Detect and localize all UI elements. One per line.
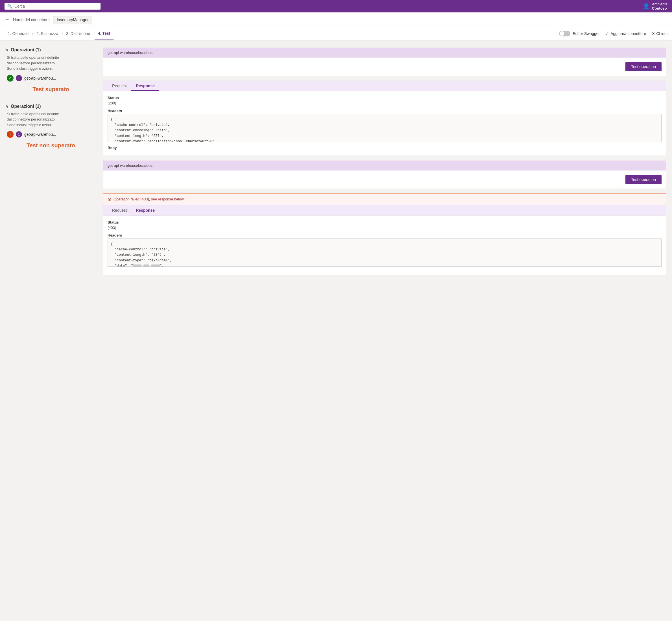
- test-result-fail: Test non superato: [6, 142, 96, 149]
- headers-label-1: Headers: [108, 109, 662, 113]
- left-panel: ∨ Operazioni (1) Si tratta delle operazi…: [6, 47, 96, 160]
- test-operation-button-1[interactable]: Test operation: [625, 62, 662, 71]
- status-success-icon: ✓: [7, 75, 13, 82]
- status-value-1: (200): [108, 101, 662, 105]
- topbar: 🔍 👤 Ambiente Contoso: [0, 0, 672, 12]
- env-name: Contoso: [652, 6, 668, 10]
- headers-content-1: { "cache-control": "private", "content-e…: [108, 114, 662, 142]
- response-tab-1[interactable]: Response: [131, 81, 159, 91]
- status-error-icon: !: [7, 131, 13, 138]
- collapse-icon-2: ∨: [6, 104, 8, 109]
- operations-desc-2: Si tratta delle operazioni definite dal …: [6, 111, 96, 128]
- headers-content-2: { "cache-control": "private", "content-l…: [108, 239, 662, 267]
- wizard-right-actions: Editor Swagger ✓ Aggiorna connettore ✕ C…: [559, 31, 668, 36]
- main-content: ∨ Operazioni (1) Si tratta delle operazi…: [0, 41, 672, 286]
- operation-item-1[interactable]: ✓ 1 get-api-warehou...: [6, 75, 96, 82]
- status-label-1: Status: [108, 96, 662, 100]
- api-card-1: get-api-warehouselocations Test operatio…: [103, 47, 666, 76]
- request-tab-2[interactable]: Request: [108, 205, 131, 215]
- api-card-header-2: get-api-warehouselocations: [103, 161, 666, 170]
- operations-section-1: ∨ Operazioni (1) Si tratta delle operazi…: [6, 47, 96, 93]
- search-box[interactable]: 🔍: [4, 3, 101, 10]
- test-operation-button-2[interactable]: Test operation: [625, 175, 662, 184]
- right-panel: get-api-warehouselocations Test operatio…: [103, 47, 666, 280]
- update-connector-button[interactable]: ✓ Aggiorna connettore: [605, 31, 646, 36]
- wizard-tabs: 1. Generale › 2. Sicurezza › 3. Definizi…: [0, 27, 672, 41]
- error-circle-icon: ⊗: [108, 197, 111, 202]
- swagger-label: Editor Swagger: [572, 31, 600, 36]
- req-resp-tabs-1: Request Response: [103, 81, 666, 91]
- test-result-pass: Test superato: [6, 86, 96, 93]
- operations-title-2[interactable]: ∨ Operazioni (1): [6, 104, 96, 109]
- response-tab-2[interactable]: Response: [131, 205, 159, 215]
- api-card-2: get-api-warehouselocations Test operatio…: [103, 160, 666, 189]
- body-label-1: Body: [108, 146, 662, 150]
- api-card-header-1: get-api-warehouselocations: [103, 48, 666, 57]
- close-icon: ✕: [652, 31, 655, 36]
- response-card-1: Request Response Status (200) Headers { …: [103, 80, 666, 156]
- response-body-2: Status (403) Headers { "cache-control": …: [103, 216, 666, 275]
- tab-generale[interactable]: 1. Generale: [4, 27, 32, 40]
- status-label-2: Status: [108, 220, 662, 224]
- env-label: Ambiente: [652, 2, 668, 6]
- op-name-2: get-api-warehou...: [24, 132, 56, 137]
- connector-name: InventoryManager: [53, 16, 92, 24]
- operations-title-1[interactable]: ∨ Operazioni (1): [6, 47, 96, 52]
- search-icon: 🔍: [7, 4, 12, 8]
- error-banner: ⊗ Operation failed (403), see response b…: [103, 193, 666, 205]
- op-name-1: get-api-warehou...: [24, 76, 56, 80]
- operations-section-2: ∨ Operazioni (1) Si tratta delle operazi…: [6, 104, 96, 149]
- operation-item-2[interactable]: ! 1 get-api-warehou...: [6, 131, 96, 138]
- checkmark-icon: ✓: [605, 31, 609, 36]
- headerbar: ← Nome del connettore InventoryManager: [0, 12, 672, 27]
- response-card-2: Request Response Status (403) Headers { …: [103, 205, 666, 275]
- tab-sicurezza[interactable]: 2. Sicurezza: [33, 27, 62, 40]
- close-button[interactable]: ✕ Chiudi: [652, 31, 668, 36]
- api-card-body-1: Test operation: [103, 57, 666, 76]
- headers-label-2: Headers: [108, 233, 662, 237]
- swagger-toggle-area: Editor Swagger: [559, 31, 600, 36]
- status-value-2: (403): [108, 225, 662, 230]
- tab-test[interactable]: 4. Test: [94, 27, 114, 40]
- toggle-thumb: [560, 31, 564, 36]
- back-button[interactable]: ←: [4, 17, 10, 23]
- env-area: 👤 Ambiente Contoso: [643, 2, 668, 10]
- operations-desc-1: Si tratta delle operazioni definite dal …: [6, 55, 96, 72]
- env-info: Ambiente Contoso: [652, 2, 668, 10]
- search-input[interactable]: [14, 4, 98, 8]
- error-message: Operation failed (403), see response bel…: [114, 197, 184, 201]
- request-tab-1[interactable]: Request: [108, 81, 131, 91]
- tab-definizione[interactable]: 3. Definizione: [63, 27, 93, 40]
- op-number-2: 1: [16, 131, 22, 137]
- swagger-toggle[interactable]: [559, 31, 570, 36]
- op-number-1: 1: [16, 75, 22, 81]
- api-card-body-2: Test operation: [103, 170, 666, 189]
- connector-label: Nome del connettore: [13, 17, 50, 22]
- req-resp-tabs-2: Request Response: [103, 205, 666, 216]
- environment-icon: 👤: [643, 3, 650, 10]
- response-body-1: Status (200) Headers { "cache-control": …: [103, 91, 666, 156]
- collapse-icon-1: ∨: [6, 48, 8, 52]
